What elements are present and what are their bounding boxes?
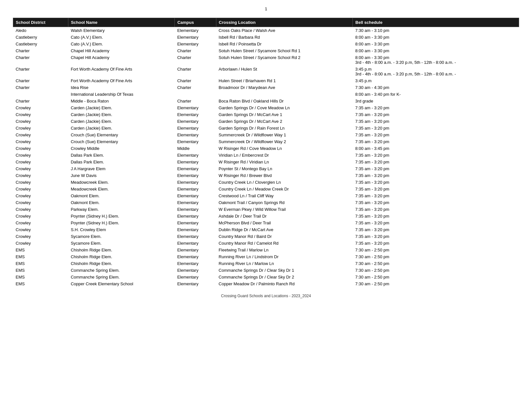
table-cell: 8:00 am - 3:30 pm: [353, 41, 519, 47]
table-cell: Cato (A.V.) Elem.: [68, 41, 174, 47]
table-cell: Copper Meadow Dr / Palminto Ranch Rd: [216, 280, 353, 287]
table-cell: Elementary: [175, 240, 216, 247]
table-cell: Commanche Springs Dr / Clear Sky Dr 2: [216, 274, 353, 280]
column-header: School District: [13, 18, 68, 27]
table-cell: Chisholm Ridge Elem.: [68, 253, 174, 260]
table-cell: Crowley: [13, 138, 68, 145]
table-cell: Summercreek Dr / Wildflower Way 2: [216, 138, 353, 145]
table-cell: Viridian Ln / Embercrest Dr: [216, 152, 353, 159]
table-cell: Elementary: [175, 280, 216, 287]
table-cell: Hulen Street / Briarhaven Rd 1: [216, 77, 353, 84]
table-cell: Cato (A.V.) Elem.: [68, 34, 174, 41]
table-cell: 7:35 am - 3:20 pm: [353, 118, 519, 125]
table-cell: Broadmoor Dr / Marydean Ave: [216, 84, 353, 91]
table-cell: Crestwood Ln / Trail Cliff Way: [216, 192, 353, 199]
table-cell: Crowley: [13, 179, 68, 186]
table-row: CrowleyDallas Park Elem.ElementaryW Risi…: [13, 159, 519, 165]
table-cell: Fort Worth Academy Of Fine Arts: [68, 77, 174, 84]
table-row: CrowleyPoynter (Sidney H.) Elem.Elementa…: [13, 213, 519, 220]
table-cell: Middle: [175, 145, 216, 152]
table-cell: Country Creek Ln / Meadow Creek Dr: [216, 186, 353, 192]
table-cell: Idea Rise: [68, 84, 174, 91]
table-cell: 7:35 am - 3:20 pm: [353, 179, 519, 186]
table-row: CrowleyJune W DavisElementaryW Risinger …: [13, 172, 519, 179]
table-cell: Dallas Park Elem.: [68, 159, 174, 165]
table-cell: 7:30 am - 2:50 pm: [353, 260, 519, 267]
table-cell: Elementary: [175, 132, 216, 138]
table-cell: 7:35 am - 3:20 pm: [353, 104, 519, 111]
table-cell: Sotuh Hulen Street / Sycamore School Rd …: [216, 47, 353, 54]
table-cell: Commanche Spring Elem.: [68, 267, 174, 274]
table-cell: Country Manor Rd / Camelot Rd: [216, 240, 353, 247]
table-cell: Charter: [13, 54, 68, 66]
table-row: CrowleyCrowley MiddleMiddleW Risinger Rd…: [13, 145, 519, 152]
table-cell: [216, 91, 353, 98]
table-row: CrowleyDallas Park Elem.ElementaryViridi…: [13, 152, 519, 159]
table-cell: Country Manor Rd / Baird Dr: [216, 233, 353, 240]
table-header-row: School DistrictSchool NameCampusCrossing…: [13, 18, 519, 27]
table-cell: Parkway Elem.: [68, 206, 174, 213]
table-cell: Elementary: [175, 199, 216, 206]
table-cell: Charter: [13, 47, 68, 54]
table-cell: Crowley: [13, 165, 68, 172]
table-cell: Crowley: [13, 118, 68, 125]
table-row: CharterMiddle - Boca RatonCharterBoca Ra…: [13, 98, 519, 104]
table-cell: Castleberry: [13, 34, 68, 41]
table-cell: Crowley Middle: [68, 145, 174, 152]
table-cell: Sotuh Hulen Street / Sycamore School Rd …: [216, 54, 353, 66]
table-cell: Garden Springs Dr / Rain Forest Ln: [216, 125, 353, 132]
table-cell: 7:30 am - 4:30 pm: [353, 84, 519, 91]
table-cell: Elementary: [175, 186, 216, 192]
table-cell: Elementary: [175, 226, 216, 233]
table-cell: 7:30 am - 3:10 pm: [353, 27, 519, 34]
table-cell: 7:35 am - 3:20 pm: [353, 213, 519, 220]
table-cell: 7:35 am - 3:20 pm: [353, 240, 519, 247]
table-cell: [175, 91, 216, 98]
table-cell: 7:35 am - 3:20 pm: [353, 192, 519, 199]
table-cell: Cross Oaks Place / Walsh Ave: [216, 27, 353, 34]
table-cell: Charter: [175, 47, 216, 54]
table-cell: Sycamore Elem.: [68, 233, 174, 240]
table-cell: 7:35 am - 3:20 pm: [353, 111, 519, 118]
table-cell: EMS: [13, 247, 68, 253]
table-cell: 3rd grade: [353, 98, 519, 104]
table-row: CrowleySycamore Elem.ElementaryCountry M…: [13, 233, 519, 240]
column-header: Bell schedule: [353, 18, 519, 27]
table-cell: Elementary: [175, 159, 216, 165]
table-cell: EMS: [13, 280, 68, 287]
table-row: EMSChisholm Ridge Elem.ElementaryRunning…: [13, 260, 519, 267]
table-cell: 7:30 am - 2:50 pm: [353, 247, 519, 253]
table-cell: Crowley: [13, 152, 68, 159]
table-cell: W Everman Pkwy / Wild Willow Trail: [216, 206, 353, 213]
table-cell: Isbell Rd / Poinsetta Dr: [216, 41, 353, 47]
table-row: CrowleyCarden (Jackie) Elem.ElementaryGa…: [13, 125, 519, 132]
table-cell: Crowley: [13, 145, 68, 152]
table-cell: Crouch (Sue) Elementary: [68, 138, 174, 145]
table-row: CrowleyPoynter (Sidney H.) Elem.Elementa…: [13, 220, 519, 226]
table-cell: Elementary: [175, 125, 216, 132]
table-cell: Carden (Jackie) Elem.: [68, 111, 174, 118]
table-cell: EMS: [13, 274, 68, 280]
table-cell: Charter: [175, 54, 216, 66]
table-cell: W Risinger Rd / Viridian Ln: [216, 159, 353, 165]
table-row: CrowleyParkway Elem.ElementaryW Everman …: [13, 206, 519, 213]
table-row: AledoWalsh ElementaryElementaryCross Oak…: [13, 27, 519, 34]
table-cell: 7:35 am - 3:20 pm: [353, 132, 519, 138]
table-cell: EMS: [13, 260, 68, 267]
table-row: CrowleyMeadowcreek Elem.ElementaryCountr…: [13, 186, 519, 192]
table-cell: Ashdale Dr / Deer Trail Dr: [216, 213, 353, 220]
table-cell: Aledo: [13, 27, 68, 34]
table-row: EMSChisholm Ridge Elem.ElementaryRunning…: [13, 253, 519, 260]
column-header: Campus: [175, 18, 216, 27]
column-header: Crossing Location: [216, 18, 353, 27]
page-number: 1: [13, 6, 519, 11]
table-row: CrowleyS.H. Crowley ElemElementaryDublin…: [13, 226, 519, 233]
table-cell: Walsh Elementary: [68, 27, 174, 34]
table-cell: Crowley: [13, 111, 68, 118]
table-row: CharterFort Worth Academy Of Fine ArtsCh…: [13, 77, 519, 84]
table-cell: Dallas Park Elem.: [68, 152, 174, 159]
table-cell: Elementary: [175, 138, 216, 145]
table-cell: Oakmont Elem.: [68, 199, 174, 206]
table-cell: Charter: [175, 77, 216, 84]
table-cell: Crowley: [13, 226, 68, 233]
